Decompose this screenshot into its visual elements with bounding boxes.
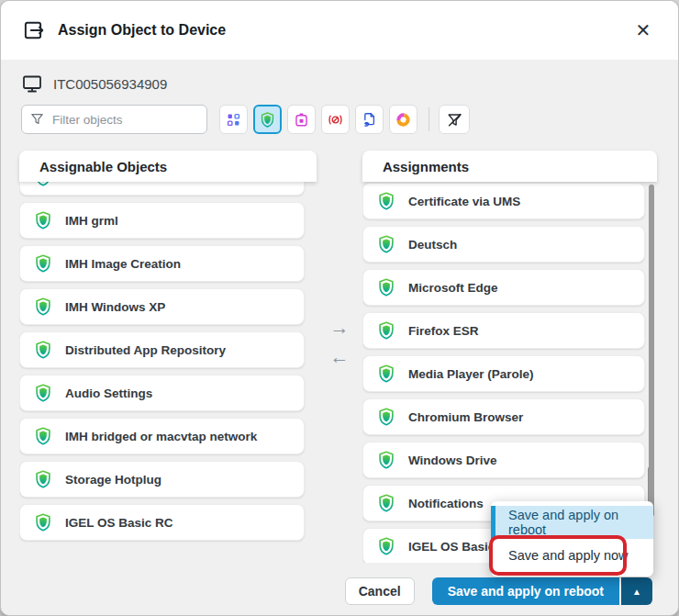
object-label: Audio Settings	[65, 386, 152, 400]
profile-shield-icon	[376, 320, 396, 341]
object-list-item-partial[interactable]	[19, 182, 305, 196]
file-signature-icon	[361, 111, 378, 129]
profile-shield-icon	[376, 364, 396, 384]
profile-shield-icon	[376, 536, 396, 556]
profile-shield-icon	[33, 253, 53, 274]
profile-shield-icon	[33, 340, 53, 360]
assign-icon	[21, 18, 45, 42]
profile-shield-icon	[33, 512, 53, 532]
profile-shield-icon	[33, 210, 53, 230]
object-list-item[interactable]: Audio Settings	[19, 375, 305, 411]
object-list-item[interactable]: Chromium Browser	[362, 398, 645, 435]
firmware-customization-filter-button[interactable]	[287, 105, 316, 134]
assignable-objects-header: Assignable Objects	[19, 151, 317, 182]
object-list-item[interactable]: Microsoft Edge	[362, 269, 645, 306]
object-type-filter-group	[219, 105, 417, 134]
cancel-button[interactable]: Cancel	[345, 577, 415, 605]
profile-shield-icon	[376, 450, 396, 470]
profile-shield-icon	[33, 297, 53, 317]
menu-item-save-apply-on-reboot[interactable]: Save and apply on reboot	[491, 506, 653, 539]
funnel-icon	[29, 111, 45, 127]
profiles-filter-button[interactable]	[253, 105, 282, 134]
object-list-item[interactable]: Certificate via UMS	[362, 183, 645, 219]
object-list-item[interactable]: Windows Drive	[362, 442, 645, 478]
object-label: Notifications	[408, 497, 484, 510]
close-icon[interactable]: ✕	[630, 17, 656, 43]
assignable-objects-panel: Assignable Objects IMH grml IMH Image Cr…	[19, 151, 317, 563]
divider	[429, 107, 429, 131]
object-label: Chromium Browser	[408, 410, 523, 424]
profile-shield-icon	[376, 234, 396, 254]
dialog-title: Assign Object to Device	[58, 22, 630, 39]
object-list-item[interactable]: Storage Hotplug	[19, 461, 305, 498]
priority-profile-icon	[327, 111, 344, 129]
object-label: Storage Hotplug	[65, 473, 161, 487]
device-row: ITC005056934909	[1, 60, 678, 96]
object-list-item[interactable]: IGEL OS Basic RC	[19, 504, 305, 541]
monitor-icon	[21, 73, 43, 95]
save-options-menu: Save and apply on reboot Save and apply …	[491, 501, 653, 577]
object-label: Windows Drive	[408, 454, 497, 467]
assign-object-dialog: Assign Object to Device ✕ ITC00505693490…	[0, 0, 679, 616]
profile-shield-icon	[376, 191, 396, 211]
device-id: ITC005056934909	[53, 76, 167, 92]
object-label: IGEL OS Basic RC	[65, 516, 173, 530]
profile-shield-icon	[376, 407, 396, 427]
assignable-objects-list: IMH grml IMH Image Creation IMH Windows …	[19, 182, 317, 563]
filter-objects-input[interactable]	[21, 105, 207, 134]
object-list-item[interactable]: IMH bridged or macvtap network	[19, 418, 305, 454]
profile-shield-icon	[376, 277, 396, 297]
apps-grid-icon	[225, 111, 242, 129]
footer-actions: Cancel Save and apply on reboot ▲	[345, 577, 652, 605]
object-label: IMH bridged or macvtap network	[65, 430, 257, 443]
dialog-body: ITC005056934909	[1, 60, 678, 616]
object-list-item[interactable]: Firefox ESR	[362, 312, 645, 349]
save-apply-on-reboot-button[interactable]: Save and apply on reboot	[432, 577, 619, 605]
object-list-item[interactable]: Deutsch	[362, 226, 645, 263]
filter-input-wrap	[21, 105, 207, 134]
priority-profiles-filter-button[interactable]	[321, 105, 350, 134]
dialog-header: Assign Object to Device ✕	[1, 1, 678, 60]
object-label: Firefox ESR	[408, 324, 479, 338]
transfer-controls: → ←	[317, 151, 362, 563]
profile-shield-icon	[33, 383, 53, 403]
profile-shield-icon	[33, 469, 53, 489]
assignments-header: Assignments	[362, 151, 657, 182]
object-label: Deutsch	[408, 238, 457, 252]
menu-item-save-apply-now[interactable]: Save and apply now	[491, 539, 653, 572]
object-label: Certificate via UMS	[408, 195, 520, 208]
profile-shield-icon	[33, 426, 53, 446]
profile-shield-icon	[376, 493, 396, 513]
files-filter-button[interactable]	[355, 105, 384, 134]
object-label: IMH Windows XP	[65, 300, 165, 314]
firmware-customization-icon	[293, 111, 310, 129]
object-list-item[interactable]: IMH Windows XP	[19, 288, 305, 325]
profile-shield-icon	[259, 111, 276, 129]
object-label: IMH Image Creation	[65, 257, 181, 271]
save-options-toggle-button[interactable]: ▲	[621, 577, 652, 605]
object-label: IMH grml	[65, 214, 118, 228]
color-wheel-icon	[395, 111, 412, 129]
profile-shield-icon	[33, 182, 53, 187]
filter-row	[1, 96, 678, 135]
color-wheel-filter-button[interactable]	[389, 105, 417, 134]
right-scrollbar[interactable]	[649, 185, 654, 517]
unassign-arrow-button[interactable]: ←	[329, 347, 349, 366]
object-label: Media Player (Parole)	[408, 367, 534, 381]
object-list-item[interactable]: Distributed App Repository	[19, 331, 305, 368]
object-label: Distributed App Repository	[65, 343, 226, 357]
funnel-off-icon	[446, 111, 463, 129]
object-list-item[interactable]: IMH Image Creation	[19, 245, 305, 282]
clear-filter-button[interactable]	[439, 105, 470, 134]
apps-grid-filter-button[interactable]	[219, 105, 248, 134]
object-list-item[interactable]: Media Player (Parole)	[362, 355, 645, 392]
object-list-item[interactable]: IMH grml	[19, 202, 305, 239]
object-label: Microsoft Edge	[408, 281, 498, 295]
object-label: IGEL OS Basic	[408, 540, 495, 554]
assign-arrow-button[interactable]: →	[329, 318, 349, 337]
